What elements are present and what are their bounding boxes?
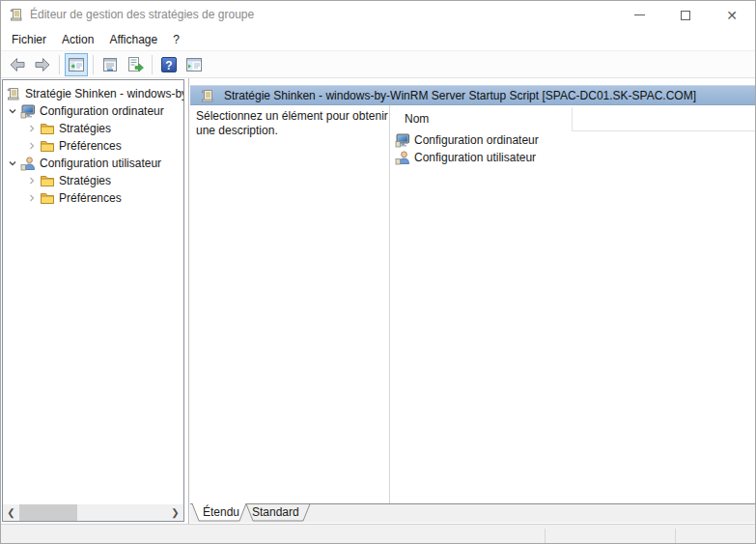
list-item-configuration-ordinateur[interactable]: Configuration ordinateur xyxy=(395,131,755,149)
tree-item-configuration-utilisateur[interactable]: Configuration utilisateur xyxy=(3,155,183,172)
help-icon: ? xyxy=(159,55,179,74)
tree-item-preferences-ordinateur[interactable]: Préférences xyxy=(3,137,183,155)
tree-item-label: Préférences xyxy=(59,189,122,207)
properties-icon xyxy=(100,55,120,74)
user-icon xyxy=(395,150,410,165)
folder-icon xyxy=(40,173,55,188)
user-icon xyxy=(20,156,36,171)
chevron-right-icon[interactable] xyxy=(24,190,40,206)
menu-affichage[interactable]: Affichage xyxy=(101,29,165,51)
chevron-right-icon[interactable] xyxy=(24,138,40,154)
gpo-scroll-icon xyxy=(6,86,21,101)
details-header-band: Stratégie Shinken - windows-by-WinRM Ser… xyxy=(190,85,755,105)
show-console-tree-icon xyxy=(67,55,86,74)
menu-help[interactable]: ? xyxy=(165,29,187,51)
column-header-nom[interactable]: Nom xyxy=(405,108,429,130)
folder-icon xyxy=(40,121,55,136)
list-item-label: Configuration ordinateur xyxy=(414,133,539,147)
list-item-configuration-utilisateur[interactable]: Configuration utilisateur xyxy=(395,149,755,166)
computer-icon xyxy=(20,103,36,119)
tab-standard[interactable]: Standard xyxy=(252,505,299,520)
chevron-right-icon[interactable] xyxy=(24,121,40,136)
view-tab-strip: Étendu Standard xyxy=(190,503,755,523)
help-button[interactable]: ? xyxy=(157,53,181,76)
status-pane-divider xyxy=(545,529,546,543)
tree-root-label: Stratégie Shinken - windows-by xyxy=(25,85,183,102)
tree-item-label: Préférences xyxy=(59,137,122,155)
close-button[interactable]: ✕ xyxy=(709,1,755,29)
chevron-down-icon[interactable] xyxy=(5,156,20,171)
title-bar[interactable]: Éditeur de gestion des stratégies de gro… xyxy=(1,1,755,29)
close-icon: ✕ xyxy=(726,9,738,22)
column-divider[interactable] xyxy=(572,107,573,130)
details-panel: Stratégie Shinken - windows-by-WinRM Ser… xyxy=(188,78,755,524)
export-list-icon xyxy=(126,55,145,74)
menu-bar: Fichier Action Affichage ? xyxy=(1,29,755,51)
window-title: Éditeur de gestion des stratégies de gro… xyxy=(30,1,254,29)
show-action-pane-icon xyxy=(184,55,204,74)
description-line-1: Sélectionnez un élément pour obtenir xyxy=(196,109,388,124)
forward-arrow-icon xyxy=(33,55,52,74)
toolbar: ? xyxy=(1,51,755,78)
folder-icon xyxy=(40,190,55,206)
horizontal-scrollbar[interactable]: ❮ ❯ xyxy=(3,504,183,521)
scroll-left-icon[interactable]: ❮ xyxy=(3,504,19,521)
tree-item-label: Configuration ordinateur xyxy=(40,102,164,120)
maximize-icon xyxy=(681,11,690,20)
svg-text:?: ? xyxy=(165,58,172,72)
menu-action[interactable]: Action xyxy=(54,29,101,51)
details-body: Sélectionnez un élément pour obtenir une… xyxy=(190,105,755,503)
minimize-button[interactable] xyxy=(616,1,662,29)
tree-item-strategies-utilisateur[interactable]: Stratégies xyxy=(3,172,183,189)
show-console-tree-button[interactable] xyxy=(65,53,88,76)
tab-etendu[interactable]: Étendu xyxy=(203,505,239,520)
description-text: Sélectionnez un élément pour obtenir une… xyxy=(196,109,388,138)
chevron-down-icon[interactable] xyxy=(5,103,20,119)
tree-root-gpo[interactable]: Stratégie Shinken - windows-by xyxy=(3,85,183,102)
toolbar-separator xyxy=(59,55,60,74)
back-button[interactable] xyxy=(6,53,29,76)
chevron-right-icon[interactable] xyxy=(24,173,40,188)
description-line-2: une description. xyxy=(196,124,388,138)
gpo-scroll-icon xyxy=(200,88,215,103)
tree-item-label: Configuration utilisateur xyxy=(40,155,161,172)
description-divider xyxy=(389,105,390,503)
details-header-title: Stratégie Shinken - windows-by-WinRM Ser… xyxy=(224,89,696,102)
properties-button[interactable] xyxy=(98,53,122,76)
minimize-icon xyxy=(634,14,645,15)
status-pane-divider xyxy=(675,529,676,543)
scrollbar-thumb[interactable] xyxy=(19,504,77,521)
export-list-button[interactable] xyxy=(124,53,147,76)
details-list: Configuration ordinateur Configuration u… xyxy=(395,131,755,166)
tree-item-preferences-utilisateur[interactable]: Préférences xyxy=(3,189,183,207)
tree-item-configuration-ordinateur[interactable]: Configuration ordinateur xyxy=(3,102,183,120)
tree-item-strategies-ordinateur[interactable]: Stratégies xyxy=(3,120,183,137)
show-action-pane-button[interactable] xyxy=(182,53,206,76)
back-arrow-icon xyxy=(8,55,27,74)
tree-item-label: Stratégies xyxy=(59,120,111,137)
list-item-label: Configuration utilisateur xyxy=(414,151,536,164)
content-area: Stratégie Shinken - windows-by Configura… xyxy=(1,78,755,524)
menu-fichier[interactable]: Fichier xyxy=(4,29,54,51)
gpo-scroll-icon xyxy=(9,7,24,22)
status-bar xyxy=(1,524,755,543)
toolbar-separator xyxy=(152,55,153,74)
toolbar-separator xyxy=(93,55,94,74)
computer-icon xyxy=(395,132,410,148)
console-tree-panel: Stratégie Shinken - windows-by Configura… xyxy=(2,79,184,522)
scroll-right-icon[interactable]: ❯ xyxy=(167,504,183,521)
app-window: Éditeur de gestion des stratégies de gro… xyxy=(0,0,756,544)
folder-icon xyxy=(40,138,55,154)
forward-button[interactable] xyxy=(31,53,54,76)
tree-item-label: Stratégies xyxy=(59,172,111,189)
maximize-button[interactable] xyxy=(662,1,709,29)
